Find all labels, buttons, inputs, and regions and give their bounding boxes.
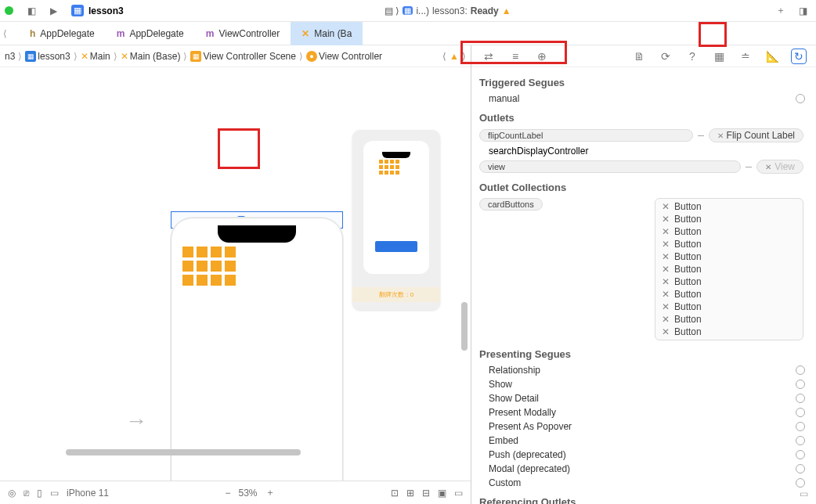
outlet-row[interactable]: view ✕View (479, 158, 808, 175)
outlet-collection-buttons: ✕Button✕Button✕Button✕Button✕Button✕Butt… (655, 198, 803, 340)
presenting-segue-row[interactable]: Push (deprecated) (479, 448, 808, 462)
layout-icon-3[interactable]: ⊟ (422, 488, 430, 499)
oc-button-item[interactable]: ✕Button (655, 313, 803, 326)
device-frame: 重新开始 (171, 218, 343, 481)
oc-button-item[interactable]: ✕Button (655, 213, 803, 225)
annotation-box (699, 22, 727, 47)
device-icon[interactable]: ▯ (37, 488, 42, 499)
preview-label: 翻牌次数：0 (352, 287, 440, 302)
scheme-status[interactable]: ▤ ⟩ ▦ i...) lesson3: Ready ▲ (385, 5, 511, 16)
presenting-segue-row[interactable]: Embed (479, 434, 808, 448)
annotation-box (218, 128, 260, 169)
presenting-segue-row[interactable]: Present As Popover (479, 419, 808, 434)
card-grid (182, 247, 245, 286)
outlets-header: Outlets (479, 106, 808, 127)
oc-button-item[interactable]: ✕Button (655, 263, 803, 275)
file-tab-bar: ⟨ hAppDelegate mAppDelegate mViewControl… (0, 22, 816, 45)
oc-button-item[interactable]: ✕Button (655, 225, 803, 238)
traffic-lights (5, 6, 13, 15)
horizontal-scrollbar[interactable] (66, 449, 301, 455)
title-area: ▦ lesson3 (71, 5, 124, 16)
inspector-body: Triggered Segues manual Outlets flipCoun… (471, 67, 816, 504)
file-tab-selected[interactable]: ✕Main (Ba (291, 22, 363, 45)
canvas-area: n3⟩ ▦lesson3⟩ ✕Main⟩ ✕Main (Base)⟩ ▦View… (0, 45, 471, 504)
main-toolbar: ◧ ▶ ▦ lesson3 ▤ ⟩ ▦ i...) lesson3: Ready… (0, 0, 816, 22)
layout-icon-1[interactable]: ⊡ (391, 488, 399, 499)
outlet-collection-row[interactable]: cardButtons ✕Button✕Button✕Button✕Button… (479, 196, 808, 342)
oc-button-item[interactable]: ✕Button (655, 275, 803, 288)
history-inspector-icon[interactable]: ⟳ (658, 49, 673, 64)
notch (218, 225, 296, 243)
outlet-row[interactable]: flipCountLabel ✕Flip Count Label (479, 127, 808, 144)
triggered-segues-header: Triggered Segues (479, 70, 808, 92)
presenting-segues-header: Presenting Segues (479, 342, 808, 363)
presenting-segue-row[interactable]: Modal (deprecated) (479, 462, 808, 476)
oc-button-item[interactable]: ✕Button (655, 326, 803, 338)
preview-panel: 翻牌次数：0 (352, 130, 440, 310)
file-inspector-icon[interactable]: 🗎 (631, 49, 647, 64)
outline-icon[interactable]: ◎ (8, 488, 16, 499)
help-inspector-icon[interactable]: ? (684, 49, 700, 64)
file-tab[interactable]: hAppDelegate (19, 22, 106, 45)
maximize-dot[interactable] (5, 6, 13, 15)
presenting-segue-row[interactable]: Show Detail (479, 391, 808, 405)
oc-button-item[interactable]: ✕Button (655, 250, 803, 263)
layout-icon-2[interactable]: ⊞ (406, 488, 414, 499)
attributes-inspector-icon[interactable]: ≐ (738, 49, 753, 64)
embed-icon[interactable]: ⎚ (23, 488, 29, 499)
file-tab[interactable]: mAppDelegate (106, 22, 195, 45)
connections-inspector-icon[interactable]: ↻ (791, 49, 807, 64)
orientation-icon[interactable]: ▭ (50, 488, 59, 499)
device-label[interactable]: iPhone 11 (67, 488, 109, 499)
oc-button-item[interactable]: ✕Button (655, 238, 803, 250)
outlet-row[interactable]: searchDisplayController (479, 144, 808, 158)
layout-icon-4[interactable]: ▣ (438, 488, 446, 499)
zoom-level[interactable]: 53% (239, 488, 258, 499)
oc-button-item[interactable]: ✕Button (655, 288, 803, 301)
project-name: lesson3 (88, 5, 124, 16)
warning-icon[interactable]: ▲ (450, 51, 459, 62)
oc-button-item[interactable]: ✕Button (655, 200, 803, 213)
size-inspector-icon[interactable]: 📐 (764, 49, 780, 64)
segue-row[interactable]: manual (479, 92, 808, 106)
sidebar-toggle-icon[interactable]: ◧ (23, 2, 40, 20)
vertical-scrollbar[interactable] (461, 302, 468, 351)
inspector-panel: ⇄ ≡ ⊕ 🗎 ⟳ ? ▦ ≐ 📐 ↻ Triggered Segues man… (471, 45, 816, 504)
canvas-bottom-bar: ◎ ⎚ ▯ ▭ iPhone 11 − 53% ＋ ⊡ ⊞ ⊟ ▣ ▭ (0, 481, 471, 504)
presenting-segue-row[interactable]: Custom (479, 476, 808, 490)
zoom-in-icon[interactable]: ＋ (265, 486, 275, 499)
add-icon[interactable]: ＋ (772, 2, 789, 20)
presenting-segue-row[interactable]: Relationship (479, 363, 808, 377)
breadcrumb[interactable]: n3⟩ ▦lesson3⟩ ✕Main⟩ ✕Main (Base)⟩ ▦View… (0, 45, 471, 67)
entry-arrow-icon: → (125, 409, 147, 434)
nav-back-icon[interactable]: ⟨ (3, 28, 19, 39)
layout-icon-5[interactable]: ▭ (454, 488, 463, 499)
annotation-box (460, 41, 567, 64)
nav-prev-icon[interactable]: ⟨ (442, 51, 446, 62)
identity-inspector-icon[interactable]: ▦ (711, 49, 727, 64)
app-icon: ▦ (71, 5, 84, 16)
oc-button-item[interactable]: ✕Button (655, 301, 803, 313)
file-tab[interactable]: mViewController (195, 22, 291, 45)
page-indicator-icon[interactable]: ▭ (800, 488, 808, 499)
right-sidebar-toggle-icon[interactable]: ◨ (794, 2, 811, 20)
referencing-outlets-header: Referencing Outlets (479, 490, 808, 504)
presenting-segue-row[interactable]: Show (479, 377, 808, 391)
presenting-segue-row[interactable]: Present Modally (479, 405, 808, 419)
run-icon[interactable]: ▶ (45, 2, 62, 20)
zoom-out-icon[interactable]: − (226, 488, 231, 499)
outlet-collections-header: Outlet Collections (479, 175, 808, 196)
